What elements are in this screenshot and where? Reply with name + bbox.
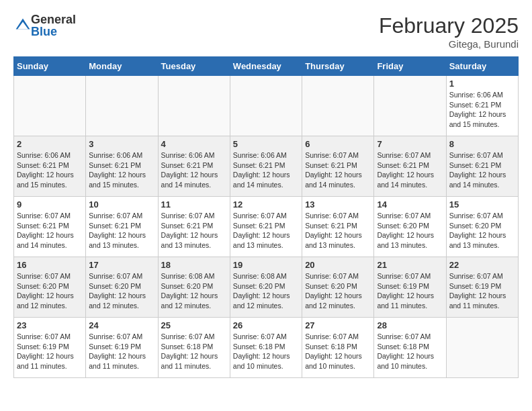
day-number: 11 [161,199,227,210]
day-number: 15 [449,199,515,210]
title-block: February 2025 Gitega, Burundi [379,13,519,50]
day-info: Sunrise: 6:07 AM Sunset: 6:21 PM Dayligh… [305,211,371,250]
day-info: Sunrise: 6:07 AM Sunset: 6:18 PM Dayligh… [305,332,371,371]
weekday-header-thursday: Thursday [302,57,374,76]
logo-blue: Blue [31,26,76,38]
day-info: Sunrise: 6:07 AM Sunset: 6:19 PM Dayligh… [17,332,83,371]
day-number: 14 [377,199,443,210]
day-number: 6 [305,139,371,149]
day-number: 26 [233,320,299,330]
day-info: Sunrise: 6:07 AM Sunset: 6:18 PM Dayligh… [377,332,443,371]
calendar-cell [374,76,446,136]
logo-text: General Blue [31,13,76,38]
day-info: Sunrise: 6:07 AM Sunset: 6:20 PM Dayligh… [377,211,443,250]
calendar-cell: 1Sunrise: 6:06 AM Sunset: 6:21 PM Daylig… [446,76,518,136]
day-number: 27 [305,320,371,330]
day-info: Sunrise: 6:08 AM Sunset: 6:20 PM Dayligh… [233,271,299,311]
day-info: Sunrise: 6:06 AM Sunset: 6:21 PM Dayligh… [17,150,83,190]
logo-icon [15,17,31,34]
calendar-cell: 8Sunrise: 6:07 AM Sunset: 6:21 PM Daylig… [446,136,518,197]
day-number: 7 [377,139,443,149]
day-info: Sunrise: 6:07 AM Sunset: 6:19 PM Dayligh… [377,271,443,311]
day-number: 24 [89,320,154,330]
day-number: 22 [449,260,515,270]
day-info: Sunrise: 6:07 AM Sunset: 6:21 PM Dayligh… [233,211,299,250]
day-info: Sunrise: 6:07 AM Sunset: 6:20 PM Dayligh… [449,211,515,250]
calendar-cell: 3Sunrise: 6:06 AM Sunset: 6:21 PM Daylig… [86,136,158,197]
day-info: Sunrise: 6:07 AM Sunset: 6:19 PM Dayligh… [449,271,515,311]
day-info: Sunrise: 6:06 AM Sunset: 6:21 PM Dayligh… [161,150,227,190]
day-number: 23 [17,320,83,330]
day-number: 9 [17,199,83,210]
day-number: 4 [161,139,227,149]
weekday-header-saturday: Saturday [446,57,518,76]
calendar-cell: 21Sunrise: 6:07 AM Sunset: 6:19 PM Dayli… [374,257,446,318]
day-info: Sunrise: 6:07 AM Sunset: 6:20 PM Dayligh… [17,271,83,311]
day-info: Sunrise: 6:07 AM Sunset: 6:20 PM Dayligh… [89,271,154,311]
day-info: Sunrise: 6:07 AM Sunset: 6:19 PM Dayligh… [89,332,154,371]
calendar-cell: 18Sunrise: 6:08 AM Sunset: 6:20 PM Dayli… [158,257,230,318]
weekday-header-tuesday: Tuesday [158,57,230,76]
calendar-cell: 26Sunrise: 6:07 AM Sunset: 6:18 PM Dayli… [230,318,302,378]
calendar-cell: 13Sunrise: 6:07 AM Sunset: 6:21 PM Dayli… [302,197,374,257]
calendar-cell: 15Sunrise: 6:07 AM Sunset: 6:20 PM Dayli… [446,197,518,257]
day-number: 16 [17,260,83,270]
calendar-week-4: 16Sunrise: 6:07 AM Sunset: 6:20 PM Dayli… [14,257,519,318]
calendar-cell: 24Sunrise: 6:07 AM Sunset: 6:19 PM Dayli… [86,318,158,378]
weekday-header-row: SundayMondayTuesdayWednesdayThursdayFrid… [14,57,519,76]
calendar-cell: 6Sunrise: 6:07 AM Sunset: 6:21 PM Daylig… [302,136,374,197]
day-info: Sunrise: 6:07 AM Sunset: 6:20 PM Dayligh… [305,271,371,311]
day-info: Sunrise: 6:07 AM Sunset: 6:21 PM Dayligh… [449,150,515,190]
day-number: 17 [89,260,154,270]
day-info: Sunrise: 6:07 AM Sunset: 6:21 PM Dayligh… [377,150,443,190]
calendar-cell [86,76,158,136]
calendar-cell [14,76,86,136]
calendar-cell: 16Sunrise: 6:07 AM Sunset: 6:20 PM Dayli… [14,257,86,318]
calendar-cell: 28Sunrise: 6:07 AM Sunset: 6:18 PM Dayli… [374,318,446,378]
calendar-week-2: 2Sunrise: 6:06 AM Sunset: 6:21 PM Daylig… [14,136,519,197]
day-info: Sunrise: 6:08 AM Sunset: 6:20 PM Dayligh… [161,271,227,311]
calendar-week-1: 1Sunrise: 6:06 AM Sunset: 6:21 PM Daylig… [14,76,519,136]
weekday-header-sunday: Sunday [14,57,86,76]
calendar-cell: 4Sunrise: 6:06 AM Sunset: 6:21 PM Daylig… [158,136,230,197]
day-number: 10 [89,199,154,210]
day-number: 25 [161,320,227,330]
day-number: 8 [449,139,515,149]
calendar-cell: 9Sunrise: 6:07 AM Sunset: 6:21 PM Daylig… [14,197,86,257]
logo-general: General [31,13,76,26]
day-number: 12 [233,199,299,210]
calendar-week-5: 23Sunrise: 6:07 AM Sunset: 6:19 PM Dayli… [14,318,519,378]
calendar-cell [158,76,230,136]
page-header: General Blue February 2025 Gitega, Burun… [13,13,519,50]
calendar-cell: 14Sunrise: 6:07 AM Sunset: 6:20 PM Dayli… [374,197,446,257]
day-info: Sunrise: 6:06 AM Sunset: 6:21 PM Dayligh… [449,90,515,130]
weekday-header-friday: Friday [374,57,446,76]
month-title: February 2025 [379,13,519,38]
calendar-cell: 23Sunrise: 6:07 AM Sunset: 6:19 PM Dayli… [14,318,86,378]
calendar-cell: 17Sunrise: 6:07 AM Sunset: 6:20 PM Dayli… [86,257,158,318]
calendar-cell: 22Sunrise: 6:07 AM Sunset: 6:19 PM Dayli… [446,257,518,318]
day-number: 28 [377,320,443,330]
calendar-cell [230,76,302,136]
calendar-cell [446,318,518,378]
calendar-cell: 20Sunrise: 6:07 AM Sunset: 6:20 PM Dayli… [302,257,374,318]
calendar-cell: 10Sunrise: 6:07 AM Sunset: 6:21 PM Dayli… [86,197,158,257]
day-info: Sunrise: 6:07 AM Sunset: 6:21 PM Dayligh… [305,150,371,190]
day-number: 5 [233,139,299,149]
calendar-cell: 27Sunrise: 6:07 AM Sunset: 6:18 PM Dayli… [302,318,374,378]
day-number: 20 [305,260,371,270]
weekday-header-monday: Monday [86,57,158,76]
day-number: 2 [17,139,83,149]
day-number: 13 [305,199,371,210]
day-number: 3 [89,139,154,149]
day-info: Sunrise: 6:07 AM Sunset: 6:18 PM Dayligh… [161,332,227,371]
day-info: Sunrise: 6:07 AM Sunset: 6:21 PM Dayligh… [17,211,83,250]
calendar-cell: 7Sunrise: 6:07 AM Sunset: 6:21 PM Daylig… [374,136,446,197]
day-info: Sunrise: 6:06 AM Sunset: 6:21 PM Dayligh… [233,150,299,190]
day-info: Sunrise: 6:07 AM Sunset: 6:21 PM Dayligh… [89,211,154,250]
calendar-cell: 11Sunrise: 6:07 AM Sunset: 6:21 PM Dayli… [158,197,230,257]
calendar-cell: 19Sunrise: 6:08 AM Sunset: 6:20 PM Dayli… [230,257,302,318]
calendar-cell [302,76,374,136]
logo: General Blue [13,13,76,38]
day-number: 19 [233,260,299,270]
